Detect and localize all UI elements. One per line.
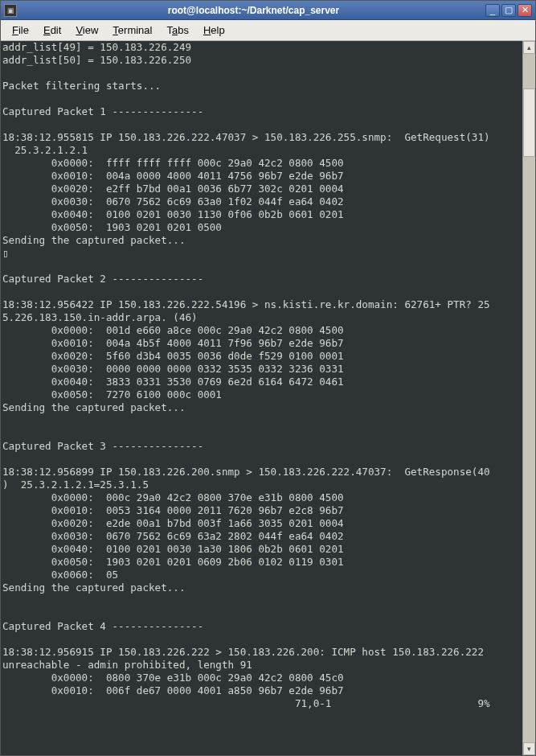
scroll-thumb[interactable] bbox=[523, 88, 535, 158]
titlebar[interactable]: ▣ root@localhost:~/Darknet/cap_server _ … bbox=[1, 1, 535, 20]
menu-view-rest: iew bbox=[83, 24, 99, 36]
status-line: 71,0-1 9% bbox=[2, 697, 521, 710]
menu-help-rest: elp bbox=[211, 24, 224, 36]
close-button[interactable]: ✕ bbox=[518, 4, 532, 17]
minimize-button[interactable]: _ bbox=[485, 4, 500, 17]
menu-terminal-rest: erminal bbox=[118, 24, 153, 36]
window-controls: _ ▢ ✕ bbox=[485, 4, 532, 17]
scroll-down-button[interactable]: ▾ bbox=[523, 742, 535, 755]
app-window: ▣ root@localhost:~/Darknet/cap_server _ … bbox=[0, 0, 536, 756]
window-title: root@localhost:~/Darknet/cap_server bbox=[22, 5, 485, 16]
scroll-track[interactable] bbox=[523, 54, 535, 742]
menu-tabs-rest: bs bbox=[178, 24, 189, 36]
menu-terminal[interactable]: Terminal bbox=[106, 22, 158, 39]
menu-edit[interactable]: Edit bbox=[37, 22, 68, 39]
scrollbar[interactable]: ▴ ▾ bbox=[522, 41, 535, 755]
menu-view[interactable]: View bbox=[69, 22, 104, 39]
terminal-output[interactable]: addr_list[49] = 150.183.226.249 addr_lis… bbox=[1, 41, 522, 755]
terminal-container: addr_list[49] = 150.183.226.249 addr_lis… bbox=[1, 41, 535, 755]
menu-help[interactable]: Help bbox=[197, 22, 231, 39]
scroll-up-button[interactable]: ▴ bbox=[523, 41, 535, 54]
maximize-button[interactable]: ▢ bbox=[501, 4, 516, 17]
menu-tabs[interactable]: Tabs bbox=[160, 22, 194, 39]
menu-edit-rest: dit bbox=[51, 24, 62, 36]
menu-file[interactable]: File bbox=[6, 22, 35, 39]
menubar: File Edit View Terminal Tabs Help bbox=[1, 20, 535, 41]
menu-file-rest: ile bbox=[18, 24, 29, 36]
app-icon: ▣ bbox=[4, 4, 17, 17]
